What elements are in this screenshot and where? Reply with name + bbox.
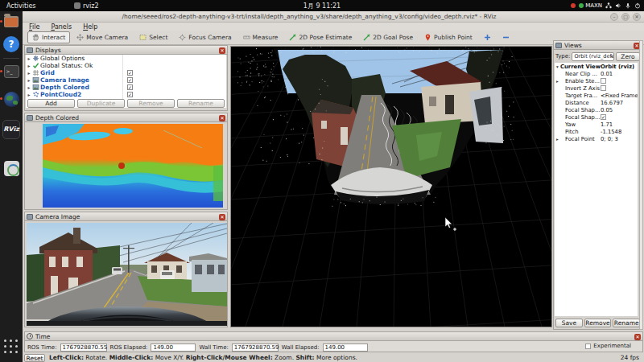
display-item-grid[interactable]: ▸Grid✓ bbox=[26, 69, 226, 76]
view-prop-focal-point[interactable]: ▸Focal Point0; 0; 3 bbox=[555, 135, 638, 142]
property-value[interactable]: 0.01 bbox=[601, 71, 613, 77]
3d-viewport[interactable] bbox=[230, 46, 552, 327]
tool-plus-icon[interactable] bbox=[479, 31, 496, 43]
view-prop-focal-shap-[interactable]: Focal Shap...✓ bbox=[555, 113, 638, 121]
expand-arrow-icon[interactable]: ▸ bbox=[26, 63, 32, 68]
display-item-depth-colored[interactable]: ▸Depth Colored✓ bbox=[26, 84, 226, 91]
view-prop-enable-ste-[interactable]: ▸Enable Ste... bbox=[555, 77, 638, 84]
property-checkbox[interactable] bbox=[601, 85, 606, 91]
display-item-pointcloud2[interactable]: ▸PointCloud2✓ bbox=[26, 91, 226, 98]
remove-view-button[interactable]: Remove bbox=[584, 319, 612, 327]
close-icon[interactable]: ✕ bbox=[219, 115, 225, 121]
property-value[interactable]: <Fixed Frame> bbox=[601, 93, 638, 99]
rename-view-button[interactable]: Rename bbox=[613, 319, 640, 327]
property-value[interactable]: 0.05 bbox=[601, 107, 613, 113]
tool-focus-camera[interactable]: Focus Camera bbox=[174, 31, 236, 43]
views-scrollbar[interactable] bbox=[639, 40, 643, 330]
property-value[interactable]: 1.71 bbox=[601, 121, 613, 128]
focused-app-indicator[interactable]: rviz2 bbox=[74, 2, 99, 10]
add-button[interactable]: Add bbox=[27, 99, 75, 108]
ros-elapsed-field[interactable]: 149.00 bbox=[151, 343, 196, 352]
camera-panel-header[interactable]: Camera Image ✕ bbox=[25, 212, 227, 221]
dock-terminal[interactable]: >_ bbox=[2, 63, 20, 80]
zero-button[interactable]: Zero bbox=[616, 52, 640, 61]
system-tray[interactable]: MAXN bbox=[571, 2, 641, 9]
depth-panel-header[interactable]: Depth Colored ✕ bbox=[25, 113, 227, 122]
view-prop-near-clip-[interactable]: Near Clip ...0.01 bbox=[555, 70, 638, 77]
time-panel-title: Time bbox=[35, 333, 50, 340]
property-value[interactable]: -1.1548 bbox=[601, 129, 621, 135]
display-item-camera-image[interactable]: ▸Camera Image✓ bbox=[26, 76, 226, 84]
expand-arrow-icon[interactable]: ▸ bbox=[26, 56, 32, 61]
wall-elapsed-field[interactable]: 149.00 bbox=[323, 343, 368, 352]
tool-label: 2D Goal Pose bbox=[373, 34, 413, 41]
reset-button[interactable]: Reset bbox=[24, 354, 45, 362]
property-value[interactable]: 0; 0; 3 bbox=[601, 136, 618, 142]
expand-arrow-icon[interactable]: ▸ bbox=[26, 77, 32, 83]
tool-2d-goal-pose[interactable]: 2D Goal Pose bbox=[358, 31, 418, 43]
close-icon[interactable]: ✕ bbox=[219, 47, 225, 54]
view-prop-yaw[interactable]: Yaw1.71 bbox=[555, 121, 638, 128]
property-value[interactable]: Orbit (rviz) bbox=[601, 64, 634, 70]
time-panel-header[interactable]: Time ✕ bbox=[25, 332, 642, 341]
property-checkbox[interactable]: ✓ bbox=[601, 114, 606, 120]
expand-arrow-icon[interactable]: ▾ bbox=[555, 64, 560, 69]
close-button[interactable]: ✕ bbox=[633, 13, 641, 21]
property-checkbox[interactable] bbox=[601, 78, 606, 84]
tool-select[interactable]: Select bbox=[134, 31, 172, 43]
experimental-checkbox[interactable] bbox=[585, 343, 591, 349]
app-grid-button[interactable] bbox=[4, 339, 19, 354]
enabled-checkbox[interactable]: ✓ bbox=[127, 84, 133, 90]
ros-time-field[interactable]: 1767928870.55 bbox=[60, 343, 107, 352]
maximize-button[interactable]: ▢ bbox=[621, 13, 630, 21]
titlebar[interactable]: /home/seeed/ros2-depth-anything-v3-trt/i… bbox=[23, 11, 644, 23]
expand-arrow-icon[interactable]: ▸ bbox=[26, 92, 32, 97]
view-prop-focal-shap-[interactable]: Focal Shap...0.05 bbox=[555, 106, 638, 113]
menu-file[interactable]: File bbox=[29, 23, 39, 31]
view-type-dropdown[interactable]: Orbit (rviz_defau▾ bbox=[572, 52, 614, 61]
expand-arrow-icon[interactable]: ▸ bbox=[555, 79, 560, 84]
dock-rviz[interactable]: RViz bbox=[2, 121, 20, 138]
activities-button[interactable]: Activities bbox=[6, 2, 36, 10]
display-item-global-options[interactable]: ▸Global Options bbox=[26, 55, 226, 62]
dock-software[interactable] bbox=[2, 159, 20, 177]
clock[interactable]: 1月 9 11:21 bbox=[303, 2, 341, 10]
experimental-toggle[interactable]: Experimental bbox=[585, 343, 631, 349]
minimize-button[interactable]: – bbox=[610, 13, 618, 21]
expand-arrow-icon[interactable]: ▸ bbox=[26, 70, 32, 76]
close-icon[interactable]: ✕ bbox=[219, 214, 225, 220]
tool-move-camera[interactable]: Move Camera bbox=[72, 31, 133, 43]
enabled-checkbox[interactable]: ✓ bbox=[127, 70, 133, 76]
tool-2d-pose-estimate[interactable]: 2D Pose Estimate bbox=[284, 31, 357, 43]
remove-button[interactable]: Remove bbox=[127, 99, 175, 108]
select-icon bbox=[139, 34, 147, 41]
tool-publish-point[interactable]: Publish Point bbox=[419, 31, 477, 43]
wall-elapsed-label: Wall Elapsed: bbox=[282, 344, 320, 351]
wall-time-field[interactable]: 1767928870.59 bbox=[232, 343, 279, 352]
view-prop-pitch[interactable]: Pitch-1.1548 bbox=[555, 128, 638, 135]
property-value[interactable]: 16.6797 bbox=[601, 100, 623, 106]
duplicate-button[interactable]: Duplicate bbox=[77, 99, 125, 108]
enabled-checkbox[interactable]: ✓ bbox=[127, 77, 133, 83]
rename-button[interactable]: Rename bbox=[177, 99, 225, 108]
views-panel-header[interactable]: Views ✕ bbox=[554, 41, 642, 50]
tool-minus-icon[interactable] bbox=[497, 31, 514, 43]
dock-files[interactable] bbox=[2, 13, 20, 31]
expand-arrow-icon[interactable]: ▸ bbox=[26, 84, 32, 90]
view-prop-invert-z-axis[interactable]: Invert Z Axis bbox=[555, 84, 638, 92]
menu-help[interactable]: Help bbox=[83, 23, 97, 31]
expand-arrow-icon[interactable]: ▸ bbox=[555, 137, 560, 142]
view-prop-target-fra-[interactable]: Target Fra...<Fixed Frame> bbox=[555, 92, 638, 99]
save-view-button[interactable]: Save bbox=[555, 319, 583, 327]
dock-help[interactable]: ? bbox=[2, 35, 20, 53]
view-prop-current-view[interactable]: ▾Current ViewOrbit (rviz) bbox=[555, 63, 638, 70]
view-prop-distance[interactable]: Distance16.6797 bbox=[555, 99, 638, 106]
enabled-checkbox[interactable]: ✓ bbox=[127, 92, 133, 97]
dock-browser[interactable] bbox=[2, 90, 20, 108]
displays-panel-header[interactable]: Displays ✕ bbox=[25, 46, 227, 55]
menu-panels[interactable]: Panels bbox=[51, 23, 72, 31]
close-icon[interactable]: ✕ bbox=[634, 334, 641, 340]
tool-measure[interactable]: Measure bbox=[238, 31, 283, 43]
display-item-global-status-ok[interactable]: ▸Global Status: Ok bbox=[26, 62, 226, 69]
tool-interact[interactable]: Interact bbox=[27, 31, 70, 43]
